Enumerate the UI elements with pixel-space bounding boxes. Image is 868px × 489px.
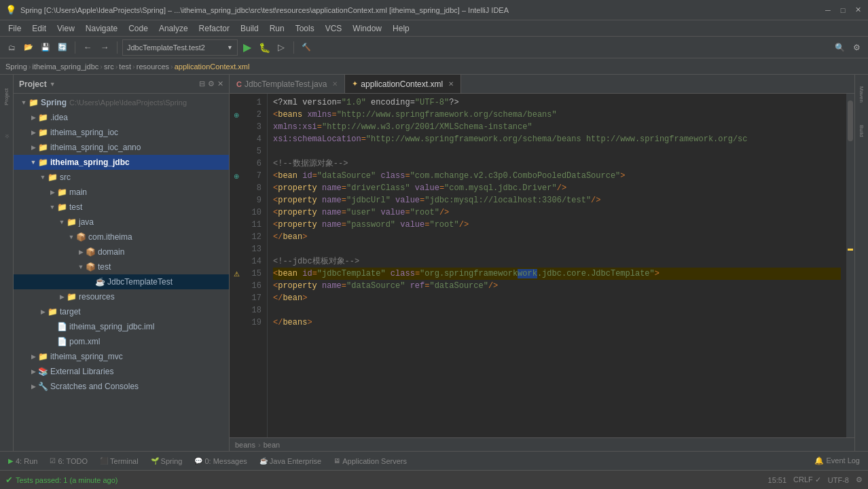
- tree-item-com-itheima[interactable]: ▼ 📦 com.itheima: [14, 230, 229, 244]
- collapse-all-btn[interactable]: ⊟: [199, 79, 205, 88]
- menu-navigate[interactable]: Navigate: [80, 22, 123, 35]
- tree-item-resources[interactable]: ▶ 📁 resources: [14, 289, 229, 304]
- settings-icon[interactable]: ⚙: [849, 40, 864, 55]
- status-indent[interactable]: ⚙: [856, 475, 863, 484]
- code-content[interactable]: <?xml version="1.0" encoding="UTF-8"?> <…: [268, 94, 846, 437]
- breadcrumb-module[interactable]: itheima_spring_jdbc: [32, 62, 98, 71]
- bottom-tab-java-enterprise[interactable]: ☕ Java Enterprise: [254, 456, 327, 467]
- tree-item-test[interactable]: ▼ 📁 test: [14, 200, 229, 215]
- breadcrumb-resources[interactable]: resources: [137, 62, 169, 71]
- tree-item-ioc[interactable]: ▶ 📁 itheima_spring_ioc: [14, 125, 229, 140]
- toolbar-back-btn[interactable]: ←: [80, 40, 95, 55]
- menu-tools[interactable]: Tools: [290, 22, 320, 35]
- project-tab-btn[interactable]: Project: [3, 80, 10, 114]
- line-numbers: 1 2 3 4 5 6 7 8 9 10 11 12 13 14 15 16 1: [243, 94, 268, 437]
- tree-arrow-idea: ▶: [29, 113, 38, 122]
- editor-breadcrumb-bean[interactable]: bean: [264, 441, 280, 449]
- bottom-tab-spring[interactable]: 🌱 Spring: [145, 456, 188, 467]
- breadcrumb-file[interactable]: applicationContext.xml: [175, 62, 250, 71]
- breadcrumb-spring[interactable]: Spring: [5, 62, 27, 71]
- tree-item-ext-libs[interactable]: ▶ 📚 External Libraries: [14, 364, 229, 379]
- build-btn[interactable]: 🔨: [299, 40, 314, 55]
- tree-item-pom[interactable]: 📄 pom.xml: [14, 334, 229, 349]
- tree-item-jdbc[interactable]: ▼ 📁 itheima_spring_jdbc: [14, 155, 229, 170]
- run-config-dropdown[interactable]: JdbcTemplateTest.test2 ▼: [122, 39, 238, 56]
- toolbar-project-btn[interactable]: 🗂: [4, 40, 19, 55]
- panel-settings-btn[interactable]: ⚙: [208, 79, 215, 88]
- menu-analyze[interactable]: Analyze: [153, 22, 194, 35]
- tree-item-test-pkg[interactable]: ▼ 📦 test: [14, 259, 229, 274]
- panel-title-label: Project: [19, 79, 47, 89]
- tree-item-src[interactable]: ▼ 📁 src: [14, 170, 229, 185]
- maven-tab-btn[interactable]: Maven: [858, 77, 865, 111]
- event-log-btn[interactable]: 🔔 Event Log: [809, 455, 865, 467]
- tree-item-jdbc-test[interactable]: ☕ JdbcTemplateTest: [14, 274, 229, 289]
- tree-arrow-ext: ▶: [29, 367, 38, 376]
- tree-item-spring-root[interactable]: ▼ 📁 Spring C:\Users\Apple\IdeaProjects\S…: [14, 95, 229, 110]
- code-line-16: <property name="dataSource" ref="dataSou…: [273, 280, 841, 292]
- build-tab-btn[interactable]: Build: [858, 114, 865, 148]
- tree-item-main[interactable]: ▶ 📁 main: [14, 185, 229, 200]
- debug-button[interactable]: 🐛: [257, 40, 272, 55]
- minimize-button[interactable]: ─: [823, 5, 833, 15]
- panel-dropdown-icon[interactable]: ▼: [50, 81, 56, 88]
- bottom-tab-app-servers[interactable]: 🖥 Application Servers: [328, 456, 412, 467]
- folder-icon-spring: 📁: [29, 98, 39, 107]
- maximize-button[interactable]: □: [838, 5, 848, 15]
- bottom-tab-messages[interactable]: 💬 0: Messages: [189, 456, 252, 467]
- tree-item-ioc-anno[interactable]: ▶ 📁 itheima_spring_ioc_anno: [14, 140, 229, 155]
- tree-item-scratches[interactable]: ▶ 🔧 Scratches and Consoles: [14, 379, 229, 394]
- status-encoding[interactable]: UTF-8: [828, 476, 849, 484]
- menu-vcs[interactable]: VCS: [320, 22, 348, 35]
- toolbar-save-btn[interactable]: 💾: [38, 40, 53, 55]
- close-button[interactable]: ✕: [853, 5, 863, 15]
- toolbar-sync-btn[interactable]: 🔄: [55, 40, 70, 55]
- tree-item-idea[interactable]: ▶ 📁 .idea: [14, 110, 229, 125]
- tab-jdbc-test[interactable]: C JdbcTemplateTest.java ✕: [230, 75, 345, 93]
- coverage-button[interactable]: ▷: [274, 40, 289, 55]
- breadcrumb-test[interactable]: test: [119, 62, 131, 71]
- editor-breadcrumb-beans[interactable]: beans: [235, 441, 255, 449]
- pom-file-icon: 📄: [57, 337, 67, 346]
- tree-item-java[interactable]: ▼ 📁 java: [14, 215, 229, 230]
- toolbar-forward-btn[interactable]: →: [97, 40, 112, 55]
- code-editor[interactable]: ⊕ ⊕ ⚠: [230, 94, 854, 437]
- menu-build[interactable]: Build: [235, 22, 264, 35]
- editor-bottom-breadcrumb: beans › bean: [230, 437, 854, 451]
- scrollbar-thumb[interactable]: [848, 101, 853, 141]
- menu-edit[interactable]: Edit: [26, 22, 52, 35]
- bottom-tab-terminal[interactable]: ⬛ Terminal: [94, 456, 144, 467]
- tab-appcontext[interactable]: ✦ applicationContext.xml ✕: [345, 75, 461, 93]
- search-btn[interactable]: 🔍: [832, 40, 847, 55]
- menu-code[interactable]: Code: [123, 22, 153, 35]
- tree-item-domain[interactable]: ▶ 📦 domain: [14, 244, 229, 259]
- bottom-panel: ▶ 4: Run ☑ 6: TODO ⬛ Terminal 🌱 Spring 💬…: [0, 451, 868, 470]
- tree-arrow-ioc: ▶: [29, 128, 38, 137]
- tree-item-target[interactable]: ▶ 📁 target: [14, 304, 229, 319]
- menu-window[interactable]: Window: [347, 22, 387, 35]
- breadcrumb-src[interactable]: src: [104, 62, 114, 71]
- app-servers-tab-icon: 🖥: [333, 457, 340, 465]
- tree-item-mvc[interactable]: ▶ 📁 itheima_spring_mvc: [14, 349, 229, 364]
- bottom-tab-todo[interactable]: ☑ 6: TODO: [44, 456, 93, 467]
- tree-item-iml[interactable]: 📄 itheima_spring_jdbc.iml: [14, 319, 229, 334]
- run-button[interactable]: ▶: [240, 40, 255, 55]
- status-time[interactable]: 15:51: [768, 476, 787, 484]
- bottom-tab-run[interactable]: ▶ 4: Run: [3, 456, 43, 467]
- menu-help[interactable]: Help: [387, 22, 415, 35]
- status-line-ending[interactable]: CRLF ✓: [793, 475, 821, 484]
- panel-close-btn[interactable]: ✕: [217, 79, 223, 88]
- scrollbar-area[interactable]: [846, 94, 854, 437]
- menu-refactor[interactable]: Refactor: [194, 22, 235, 35]
- tab-close-appcontext[interactable]: ✕: [448, 80, 454, 88]
- tab-close-jdbc[interactable]: ✕: [332, 80, 338, 88]
- favorites-tab-btn[interactable]: ☆: [3, 120, 10, 153]
- menu-file[interactable]: File: [3, 22, 26, 35]
- tree-label-test-pkg: test: [98, 262, 111, 272]
- folder-icon-resources: 📁: [67, 292, 77, 302]
- menu-view[interactable]: View: [52, 22, 80, 35]
- tree-arrow-jdbc: ▼: [29, 158, 38, 167]
- toolbar-open-btn[interactable]: 📂: [21, 40, 36, 55]
- menu-run[interactable]: Run: [264, 22, 290, 35]
- code-line-6: <!--数据源对象-->: [273, 158, 841, 170]
